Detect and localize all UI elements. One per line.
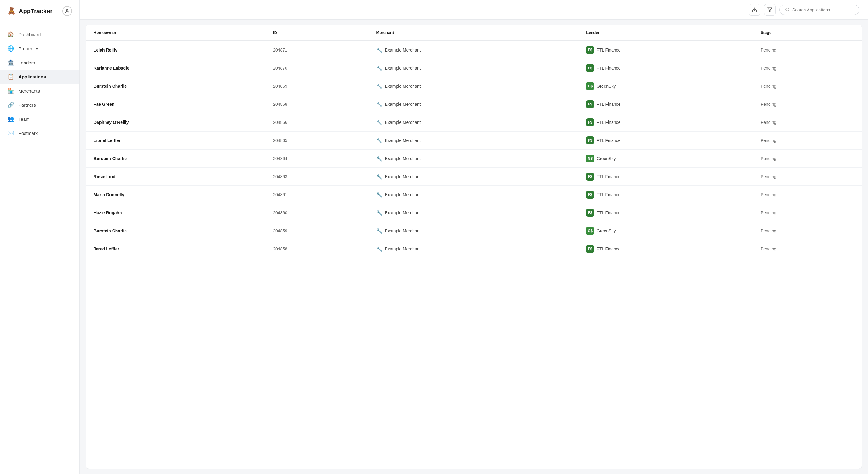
table-row[interactable]: Lelah Reilly204871🔧Example MerchantF$FTL… (86, 41, 862, 59)
table-row[interactable]: Lionel Leffler204865🔧Example MerchantF$F… (86, 131, 862, 150)
lender-cell: F$FTL Finance (579, 95, 753, 114)
table-header: HomeownerIDMerchantLenderStage (86, 25, 862, 41)
lender-cell: F$FTL Finance (579, 186, 753, 204)
sidebar-item-applications[interactable]: 📋 Applications (0, 70, 80, 84)
stage-cell: Pending (753, 186, 862, 204)
col-header-homeowner: Homeowner (86, 25, 266, 41)
merchant-icon: 🔧 (376, 47, 382, 53)
col-header-stage: Stage (753, 25, 862, 41)
search-input[interactable] (792, 7, 854, 12)
merchant-icon: 🔧 (376, 156, 382, 162)
stage-cell: Pending (753, 131, 862, 150)
sidebar-item-postmark[interactable]: ✉️ Postmark (0, 126, 80, 140)
homeowner-cell: Karianne Labadie (86, 59, 266, 77)
stage-cell: Pending (753, 222, 862, 240)
applications-table: HomeownerIDMerchantLenderStage Lelah Rei… (86, 25, 862, 258)
lender-cell: G$GreenSky (579, 77, 753, 95)
homeowner-cell: Burstein Charlie (86, 77, 266, 95)
merchant-icon: 🔧 (376, 120, 382, 125)
sidebar-item-partners[interactable]: 🔗 Partners (0, 98, 80, 112)
merchant-icon: 🔧 (376, 246, 382, 252)
search-icon (785, 7, 790, 12)
table-row[interactable]: Fae Green204868🔧Example MerchantF$FTL Fi… (86, 95, 862, 114)
sidebar-item-team[interactable]: 👥 Team (0, 112, 80, 126)
lenders-nav-icon: 🏦 (7, 59, 14, 66)
table-row[interactable]: Karianne Labadie204870🔧Example MerchantF… (86, 59, 862, 77)
merchant-name: Example Merchant (385, 102, 421, 107)
app-name: AppTracker (19, 8, 53, 15)
properties-nav-icon: 🌐 (7, 45, 14, 52)
stage-cell: Pending (753, 77, 862, 95)
filter-icon (767, 7, 773, 12)
merchant-cell: 🔧Example Merchant (369, 41, 579, 59)
homeowner-name: Burstein Charlie (94, 156, 127, 161)
merchant-cell: 🔧Example Merchant (369, 168, 579, 186)
partners-nav-icon: 🔗 (7, 101, 14, 108)
merchant-name: Example Merchant (385, 138, 421, 143)
merchant-icon: 🔧 (376, 65, 382, 71)
merchant-cell: 🔧Example Merchant (369, 77, 579, 95)
merchant-cell: 🔧Example Merchant (369, 204, 579, 222)
homeowner-cell: Hazle Rogahn (86, 204, 266, 222)
lender-name: FTL Finance (596, 138, 620, 143)
homeowner-cell: Lelah Reilly (86, 41, 266, 59)
homeowner-name: Fae Green (94, 102, 115, 107)
merchant-icon: 🔧 (376, 84, 382, 89)
sidebar-item-lenders[interactable]: 🏦 Lenders (0, 56, 80, 70)
id-cell: 204871 (266, 41, 369, 59)
id-cell: 204858 (266, 240, 369, 258)
table-row[interactable]: Marta Donnelly204861🔧Example MerchantF$F… (86, 186, 862, 204)
id-cell: 204868 (266, 95, 369, 114)
id-cell: 204861 (266, 186, 369, 204)
table-row[interactable]: Jared Leffler204858🔧Example MerchantF$FT… (86, 240, 862, 258)
merchant-icon: 🔧 (376, 192, 382, 198)
merchant-icon: 🔧 (376, 210, 382, 216)
stage-cell: Pending (753, 240, 862, 258)
homeowner-cell: Lionel Leffler (86, 131, 266, 150)
stage-cell: Pending (753, 204, 862, 222)
filter-button[interactable] (764, 4, 776, 15)
id-cell: 204866 (266, 114, 369, 131)
lender-badge: F$ (586, 100, 594, 108)
stage-cell: Pending (753, 95, 862, 114)
homeowner-name: Karianne Labadie (94, 66, 129, 70)
sidebar-item-dashboard[interactable]: 🏠 Dashboard (0, 27, 80, 41)
col-header-id: ID (266, 25, 369, 41)
homeowner-cell: Daphney O'Reilly (86, 114, 266, 131)
stage-cell: Pending (753, 150, 862, 168)
sidebar-item-label-properties: Properties (19, 46, 39, 51)
sidebar-item-merchants[interactable]: 🏪 Merchants (0, 84, 80, 98)
table-row[interactable]: Daphney O'Reilly204866🔧Example MerchantF… (86, 114, 862, 131)
id-cell: 204860 (266, 204, 369, 222)
table-row[interactable]: Hazle Rogahn204860🔧Example MerchantF$FTL… (86, 204, 862, 222)
lender-badge: F$ (586, 136, 594, 145)
table-row[interactable]: Burstein Charlie204859🔧Example MerchantG… (86, 222, 862, 240)
stage-cell: Pending (753, 114, 862, 131)
user-avatar-button[interactable] (62, 6, 72, 16)
merchant-cell: 🔧Example Merchant (369, 59, 579, 77)
app-logo: 🧸 AppTracker (0, 0, 80, 22)
lender-badge: F$ (586, 46, 594, 54)
merchants-nav-icon: 🏪 (7, 87, 14, 94)
merchant-name: Example Merchant (385, 228, 421, 233)
topbar (80, 0, 868, 20)
table-row[interactable]: Burstein Charlie204864🔧Example MerchantG… (86, 150, 862, 168)
merchant-name: Example Merchant (385, 210, 421, 215)
homeowner-name: Daphney O'Reilly (94, 120, 129, 125)
applications-table-container: HomeownerIDMerchantLenderStage Lelah Rei… (86, 25, 862, 469)
table-row[interactable]: Rosie Lind204863🔧Example MerchantF$FTL F… (86, 168, 862, 186)
homeowner-cell: Marta Donnelly (86, 186, 266, 204)
lender-badge: F$ (586, 118, 594, 126)
svg-point-0 (66, 9, 68, 11)
sidebar-item-properties[interactable]: 🌐 Properties (0, 41, 80, 56)
lender-badge: F$ (586, 209, 594, 217)
lender-badge: G$ (586, 227, 594, 235)
table-row[interactable]: Burstein Charlie204869🔧Example MerchantG… (86, 77, 862, 95)
col-header-merchant: Merchant (369, 25, 579, 41)
merchant-cell: 🔧Example Merchant (369, 114, 579, 131)
lender-badge: F$ (586, 245, 594, 253)
lender-name: GreenSky (596, 156, 616, 161)
download-button[interactable] (749, 4, 761, 15)
lender-cell: F$FTL Finance (579, 41, 753, 59)
applications-nav-icon: 📋 (7, 73, 14, 80)
